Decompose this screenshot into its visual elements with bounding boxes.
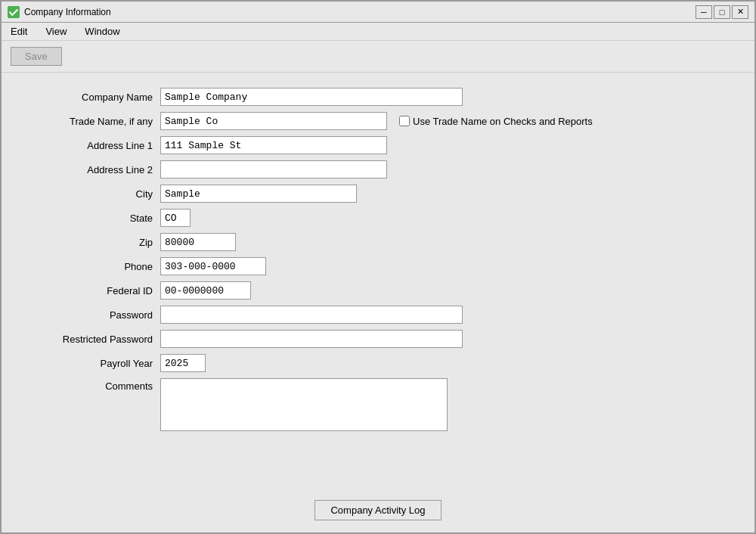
menu-bar: Edit View Window (2, 23, 754, 41)
state-input[interactable] (160, 209, 191, 227)
payroll-year-input[interactable] (160, 354, 206, 372)
company-name-input[interactable] (160, 88, 463, 106)
menu-view[interactable]: View (39, 24, 73, 39)
save-button[interactable]: Save (11, 47, 62, 66)
main-window: Company Information ─ □ ✕ Edit View Wind… (0, 0, 756, 534)
title-bar-left: Company Information (8, 6, 111, 18)
address2-label: Address Line 2 (24, 164, 160, 175)
title-bar: Company Information ─ □ ✕ (2, 2, 754, 23)
company-name-label: Company Name (24, 92, 160, 103)
address2-input[interactable] (160, 160, 387, 179)
trade-name-label: Trade Name, if any (24, 116, 160, 127)
password-row: Password (24, 306, 732, 324)
city-row: City (24, 185, 732, 203)
comments-row: Comments (24, 378, 732, 431)
comments-input[interactable] (160, 378, 448, 431)
toolbar: Save (2, 41, 754, 73)
app-icon (8, 6, 20, 18)
menu-edit[interactable]: Edit (5, 24, 33, 39)
city-label: City (24, 188, 160, 200)
trade-name-input[interactable] (160, 112, 387, 130)
use-trade-name-area: Use Trade Name on Checks and Reports (399, 116, 593, 127)
trade-name-row: Trade Name, if any Use Trade Name on Che… (24, 112, 732, 130)
federal-id-input[interactable] (160, 281, 251, 300)
restricted-password-row: Restricted Password (24, 330, 732, 348)
menu-window[interactable]: Window (79, 24, 125, 39)
address1-input[interactable] (160, 136, 387, 154)
address1-label: Address Line 1 (24, 140, 160, 151)
zip-label: Zip (24, 237, 160, 248)
payroll-year-row: Payroll Year (24, 354, 732, 372)
phone-input[interactable] (160, 257, 266, 275)
phone-label: Phone (24, 261, 160, 272)
minimize-button[interactable]: ─ (696, 5, 712, 19)
window-title: Company Information (24, 7, 111, 17)
address2-row: Address Line 2 (24, 160, 732, 179)
address1-row: Address Line 1 (24, 136, 732, 154)
maximize-button[interactable]: □ (714, 5, 730, 19)
payroll-year-label: Payroll Year (24, 358, 160, 369)
restricted-password-label: Restricted Password (24, 334, 160, 345)
password-input[interactable] (160, 306, 463, 324)
comments-label: Comments (24, 378, 160, 392)
footer: Company Activity Log (2, 488, 754, 532)
phone-row: Phone (24, 257, 732, 275)
zip-input[interactable] (160, 233, 236, 251)
federal-id-label: Federal ID (24, 285, 160, 296)
password-label: Password (24, 309, 160, 321)
activity-log-button[interactable]: Company Activity Log (314, 500, 441, 520)
state-row: State (24, 209, 732, 227)
form-content: Company Name Trade Name, if any Use Trad… (2, 73, 754, 488)
use-trade-name-label: Use Trade Name on Checks and Reports (413, 116, 593, 127)
use-trade-name-checkbox[interactable] (399, 116, 410, 126)
zip-row: Zip (24, 233, 732, 251)
company-name-row: Company Name (24, 88, 732, 106)
restricted-password-input[interactable] (160, 330, 463, 348)
close-button[interactable]: ✕ (732, 5, 748, 19)
title-buttons: ─ □ ✕ (696, 5, 748, 19)
city-input[interactable] (160, 185, 357, 203)
federal-id-row: Federal ID (24, 281, 732, 300)
state-label: State (24, 213, 160, 224)
